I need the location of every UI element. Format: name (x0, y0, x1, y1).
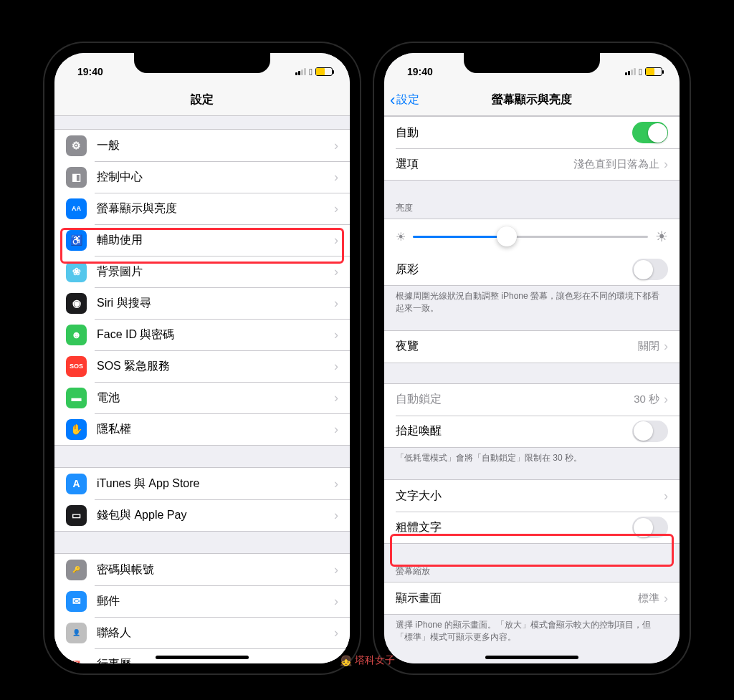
chevron-right-icon: › (334, 508, 338, 523)
toggle-bold[interactable] (632, 517, 668, 538)
label: 郵件 (97, 594, 334, 609)
chevron-right-icon: › (334, 170, 338, 185)
control-center-icon: ◧ (66, 167, 87, 188)
wallet-icon: ▭ (66, 505, 87, 526)
chevron-right-icon: › (664, 339, 668, 354)
battery-icon (645, 67, 662, 76)
toggle-auto[interactable] (632, 122, 668, 143)
footer-zoom: 選擇 iPhone 的顯示畫面。「放大」模式會顯示較大的控制項目，但「標準」模式… (384, 615, 680, 648)
battery-icon: ▬ (66, 388, 87, 408)
accessibility-icon: ♿ (66, 230, 87, 251)
label: 背景圖片 (97, 264, 334, 279)
row-wallpaper[interactable]: ❀背景圖片› (54, 256, 350, 287)
row-itunes[interactable]: AiTunes 與 App Store› (54, 468, 350, 499)
watermark-icon: 👧 (340, 655, 352, 666)
row-sos[interactable]: SOSSOS 緊急服務› (54, 350, 350, 382)
nav-bar: 設定 (54, 85, 350, 116)
signal-icon (295, 68, 306, 75)
value: 淺色直到日落為止 (573, 158, 659, 171)
wifi-icon: 􀙇 (309, 67, 313, 77)
row-autolock: 自動鎖定 30 秒 › (384, 384, 680, 416)
value: 標準 (638, 592, 659, 605)
home-indicator[interactable] (156, 656, 249, 659)
toggle-raise[interactable] (632, 421, 668, 442)
label: 自動鎖定 (396, 392, 634, 407)
label: 文字大小 (396, 489, 664, 504)
label: 顯示畫面 (396, 591, 638, 606)
label: 一般 (97, 138, 334, 153)
chevron-right-icon: › (334, 562, 338, 577)
section-header-brightness: 亮度 (384, 198, 680, 219)
row-zoom[interactable]: 顯示畫面 標準 › (384, 582, 680, 614)
toggle-truetone[interactable] (632, 259, 668, 280)
chevron-right-icon: › (334, 625, 338, 641)
row-siri[interactable]: ◉Siri 與搜尋› (54, 287, 350, 319)
status-time: 19:40 (77, 66, 103, 77)
chevron-right-icon: › (664, 392, 668, 407)
value: 關閉 (638, 340, 659, 353)
label: 抬起喚醒 (396, 423, 632, 438)
label: 選項 (396, 157, 573, 172)
row-control-center[interactable]: ◧控制中心› (54, 161, 350, 193)
label: iTunes 與 App Store (97, 476, 334, 492)
row-options[interactable]: 選項 淺色直到日落為止 › (384, 148, 680, 180)
row-display[interactable]: AA螢幕顯示與亮度› (54, 193, 350, 224)
chevron-right-icon: › (334, 138, 338, 153)
label: 控制中心 (97, 170, 334, 185)
brightness-slider[interactable] (413, 236, 648, 238)
signal-icon (625, 68, 636, 75)
chevron-right-icon: › (334, 327, 338, 342)
chevron-left-icon: ‹ (390, 91, 395, 110)
row-wallet[interactable]: ▭錢包與 Apple Pay› (54, 499, 350, 531)
siri-icon: ◉ (66, 293, 87, 314)
label: Siri 與搜尋 (97, 296, 334, 311)
row-contacts[interactable]: 👤聯絡人› (54, 617, 350, 648)
itunes-icon: A (66, 474, 87, 494)
home-indicator[interactable] (485, 656, 578, 659)
chevron-right-icon: › (334, 201, 338, 216)
privacy-icon: ✋ (66, 419, 87, 440)
row-truetone[interactable]: 原彩 (384, 254, 680, 285)
row-boldtext[interactable]: 粗體文字 (384, 512, 680, 543)
sun-large-icon: ☀︎ (655, 228, 668, 245)
value: 30 秒 (634, 393, 659, 406)
back-button[interactable]: ‹ 設定 (390, 91, 419, 110)
row-mail[interactable]: ✉郵件› (54, 585, 350, 617)
chevron-right-icon: › (334, 359, 338, 374)
wallpaper-icon: ❀ (66, 262, 87, 282)
mail-icon: ✉ (66, 591, 87, 612)
page-title: 設定 (191, 92, 214, 107)
chevron-right-icon: › (334, 422, 338, 437)
notch (464, 53, 600, 73)
row-raise[interactable]: 抬起喚醒 (384, 416, 680, 447)
label: 輔助使用 (97, 233, 334, 248)
section-header-zoom: 螢幕縮放 (384, 561, 680, 582)
phone-left: 19:40 􀙇 設定 ⚙一般›◧控制中心›AA螢幕顯示與亮度›♿輔助使用›❀背景… (44, 43, 360, 673)
row-faceid[interactable]: ☻Face ID 與密碼› (54, 319, 350, 350)
row-passwords[interactable]: 🔑密碼與帳號› (54, 554, 350, 585)
row-accessibility[interactable]: ♿輔助使用› (54, 224, 350, 256)
faceid-icon: ☻ (66, 325, 87, 345)
settings-list[interactable]: ⚙一般›◧控制中心›AA螢幕顯示與亮度›♿輔助使用›❀背景圖片›◉Siri 與搜… (54, 116, 350, 663)
row-auto[interactable]: 自動 (384, 117, 680, 148)
row-textsize[interactable]: 文字大小 › (384, 480, 680, 512)
display-settings[interactable]: 自動 選項 淺色直到日落為止 › 亮度 ☀︎ (384, 116, 680, 663)
row-general[interactable]: ⚙一般› (54, 130, 350, 161)
watermark-text: 塔科女子 (355, 654, 395, 667)
passwords-icon: 🔑 (66, 560, 87, 580)
chevron-right-icon: › (334, 233, 338, 248)
label: 粗體文字 (396, 520, 632, 535)
chevron-right-icon: › (334, 657, 338, 664)
row-privacy[interactable]: ✋隱私權› (54, 413, 350, 445)
footer-raise: 「低耗電模式」會將「自動鎖定」限制在 30 秒。 (384, 448, 680, 469)
footer-truetone: 根據周圍光線狀況自動調整 iPhone 螢幕，讓色彩在不同的環境下都看起來一致。 (384, 286, 680, 319)
contacts-icon: 👤 (66, 623, 87, 643)
row-nightshift[interactable]: 夜覽 關閉 › (384, 331, 680, 363)
label: 夜覽 (396, 339, 638, 354)
chevron-right-icon: › (334, 476, 338, 492)
label: 聯絡人 (97, 625, 334, 641)
brightness-slider-row: ☀︎ ☀︎ (384, 219, 680, 254)
row-battery[interactable]: ▬電池› (54, 382, 350, 413)
slider-thumb[interactable] (497, 226, 517, 246)
sos-icon: SOS (66, 356, 87, 377)
